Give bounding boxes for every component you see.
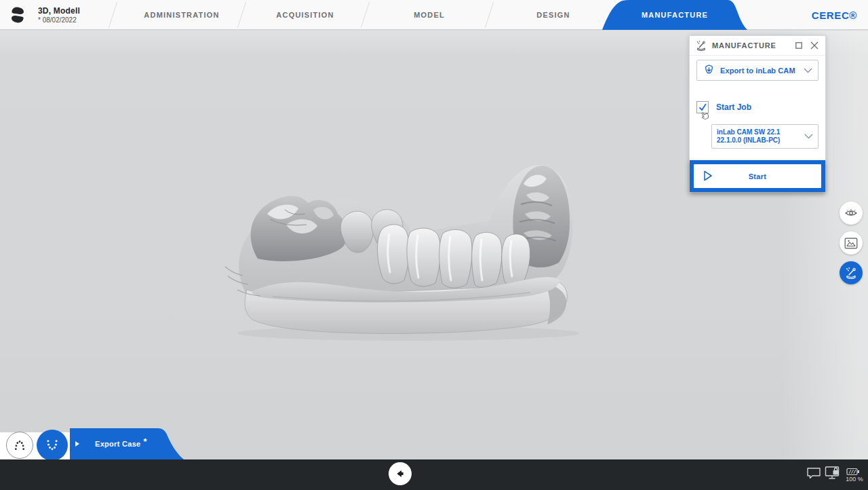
export-mode-dropdown[interactable]: Export to inLab CAM [696, 60, 818, 81]
start-button-frame: Start [690, 160, 825, 192]
start-job-label: Start Job [716, 102, 751, 112]
tooth-export-icon [703, 64, 715, 77]
view-options-button[interactable] [840, 202, 863, 225]
tab-separator [108, 2, 117, 28]
battery-percent-label: 100 % [843, 476, 866, 483]
arrow-right-icon [75, 440, 80, 447]
upper-jaw-button[interactable] [6, 432, 33, 459]
lower-jaw-icon [43, 436, 62, 455]
case-info: 3D, Modell * 08/02/2022 [38, 6, 80, 25]
maximize-icon[interactable] [794, 41, 804, 50]
top-navigation-bar: 3D, Modell * 08/02/2022 ADMINISTRATION A… [0, 0, 868, 30]
tab-acquisition[interactable]: ACQUISITION [248, 0, 363, 30]
machine-dropdown[interactable]: inLab CAM SW 22.1 22.1.0.0 (INLAB-PC) [711, 124, 818, 149]
remote-support-button[interactable] [825, 466, 841, 484]
battery-icon [846, 468, 860, 476]
machine-dropdown-value: inLab CAM SW 22.1 22.1.0.0 (INLAB-PC) [717, 128, 804, 145]
start-job-checkbox[interactable] [696, 101, 709, 113]
chat-icon [806, 467, 821, 480]
manufacture-panel-header: MANUFACTURE [690, 36, 825, 56]
manufacture-tool-button[interactable] [840, 261, 863, 284]
close-icon[interactable] [810, 41, 819, 50]
eye-icon [844, 208, 858, 219]
back-arrow-icon [395, 468, 406, 479]
machine-line2: 22.1.0.0 (INLAB-PC) [717, 136, 804, 145]
manufacture-panel: MANUFACTURE Export to inLab CAM Start Jo… [689, 35, 826, 193]
upper-jaw-icon [11, 436, 28, 454]
screenshot-icon [844, 238, 858, 249]
start-button[interactable]: Start [694, 164, 821, 188]
remote-support-icon [825, 466, 841, 481]
machine-line1: inLab CAM SW 22.1 [717, 128, 804, 136]
case-title: 3D, Modell [38, 6, 80, 16]
screenshot-button[interactable] [840, 231, 863, 255]
tab-design[interactable]: DESIGN [496, 0, 611, 30]
dentsply-sirona-logo [9, 5, 26, 24]
export-case-label: Export Case [95, 440, 141, 448]
tab-manufacture[interactable]: MANUFACTURE [597, 0, 753, 30]
start-job-row: Start Job [696, 101, 818, 113]
chat-button[interactable] [806, 467, 821, 483]
lower-jaw-button[interactable] [37, 430, 68, 461]
tab-administration[interactable]: ADMINISTRATION [124, 0, 239, 30]
manufacture-icon [696, 40, 707, 51]
export-case-marker: * [144, 436, 147, 447]
play-icon [703, 170, 713, 182]
tab-model[interactable]: MODEL [372, 0, 487, 30]
cerec-app: { "colors": { "accent": "#1568d2", "topb… [0, 0, 868, 490]
chevron-down-icon [804, 68, 812, 73]
panel-title: MANUFACTURE [712, 41, 788, 50]
case-date: * 08/02/2022 [38, 16, 80, 25]
manufacture-icon [845, 267, 857, 279]
status-bar: 100 % [0, 459, 868, 490]
start-button-label: Start [749, 172, 767, 181]
export-case-tab[interactable]: Export Case * [70, 428, 172, 459]
export-mode-value: Export to inLab CAM [720, 67, 804, 75]
chevron-down-icon [804, 134, 813, 139]
brand-logo-cerec: CEREC® [812, 0, 857, 30]
back-button[interactable] [389, 462, 412, 485]
lower-jaw-3d-model[interactable] [205, 157, 585, 345]
